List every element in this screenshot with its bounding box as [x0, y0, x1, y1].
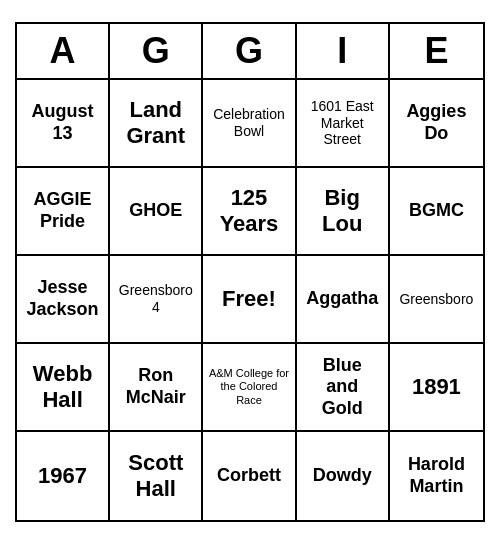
- bingo-cell-20: 1967: [17, 432, 110, 520]
- bingo-cell-8: Big Lou: [297, 168, 390, 256]
- header-letter-g-1: G: [110, 24, 203, 78]
- header-letter-e-4: E: [390, 24, 483, 78]
- bingo-cell-1: Land Grant: [110, 80, 203, 168]
- bingo-cell-16: Ron McNair: [110, 344, 203, 432]
- bingo-cell-6: GHOE: [110, 168, 203, 256]
- bingo-cell-0: August 13: [17, 80, 110, 168]
- bingo-cell-14: Greensboro: [390, 256, 483, 344]
- bingo-cell-5: AGGIE Pride: [17, 168, 110, 256]
- bingo-cell-17: A&M College for the Colored Race: [203, 344, 296, 432]
- bingo-cell-19: 1891: [390, 344, 483, 432]
- bingo-cell-3: 1601 East Market Street: [297, 80, 390, 168]
- header-letter-a-0: A: [17, 24, 110, 78]
- bingo-cell-4: Aggies Do: [390, 80, 483, 168]
- bingo-cell-10: Jesse Jackson: [17, 256, 110, 344]
- bingo-cell-9: BGMC: [390, 168, 483, 256]
- header-letter-g-2: G: [203, 24, 296, 78]
- bingo-cell-15: Webb Hall: [17, 344, 110, 432]
- bingo-cell-11: Greensboro 4: [110, 256, 203, 344]
- header-letter-i-3: I: [297, 24, 390, 78]
- bingo-cell-13: Aggatha: [297, 256, 390, 344]
- bingo-cell-23: Dowdy: [297, 432, 390, 520]
- bingo-cell-12: Free!: [203, 256, 296, 344]
- bingo-cell-2: Celebration Bowl: [203, 80, 296, 168]
- bingo-cell-18: Blue and Gold: [297, 344, 390, 432]
- bingo-cell-21: Scott Hall: [110, 432, 203, 520]
- bingo-cell-24: Harold Martin: [390, 432, 483, 520]
- bingo-grid: August 13Land GrantCelebration Bowl1601 …: [17, 80, 483, 520]
- bingo-card: AGGIE August 13Land GrantCelebration Bow…: [15, 22, 485, 522]
- bingo-header: AGGIE: [17, 24, 483, 80]
- bingo-cell-22: Corbett: [203, 432, 296, 520]
- bingo-cell-7: 125 Years: [203, 168, 296, 256]
